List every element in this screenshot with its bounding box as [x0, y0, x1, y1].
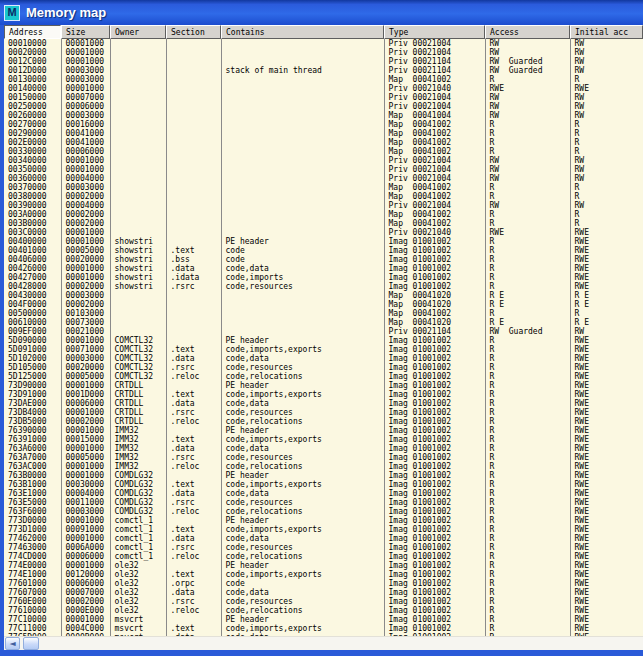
cell-owner: comctl_1 — [110, 534, 166, 543]
table-row[interactable]: 763E500000011000COMDLG32.rsrccode,resour… — [4, 498, 643, 507]
cell-initial-access: R — [570, 120, 643, 129]
table-row[interactable]: 0043000000003000Map 00041020R ER E — [4, 291, 643, 300]
table-row[interactable]: 774630000006A000comctl_1.rsrccode,resour… — [4, 543, 643, 552]
cell-size: 00001000 — [61, 615, 110, 624]
table-row[interactable]: 0029000000041000Map 00041002RR — [4, 129, 643, 138]
table-row[interactable]: 763B000000001000COMDLG32PE headerImag 01… — [4, 471, 643, 480]
table-row[interactable]: 0012D00000003000stack of main threadPriv… — [4, 66, 643, 75]
table-row[interactable]: 763AC00000001000IMM32.reloccode,relocati… — [4, 462, 643, 471]
memory-map-icon[interactable]: M — [4, 5, 20, 21]
cell-owner — [110, 300, 166, 309]
table-row[interactable]: 5D10200000003000COMCTL32.datacode,dataIm… — [4, 354, 643, 363]
table-row[interactable]: 0042800000002000showstri.rsrccode,resour… — [4, 282, 643, 291]
table-row[interactable]: 0035000000001000Priv 00021004RWRW — [4, 165, 643, 174]
cell-address: 5D125000 — [4, 372, 61, 381]
table-row[interactable]: 73DAE00000006000CRTDLL.datacode,dataImag… — [4, 399, 643, 408]
table-row[interactable]: 73D910000001D000CRTDLL.textcode,imports,… — [4, 390, 643, 399]
table-row[interactable]: 5D10500000020000COMCTL32.rsrccode,resour… — [4, 363, 643, 372]
table-row[interactable]: 0061000000073000Map 00041020R ER E — [4, 318, 643, 327]
column-header-contains[interactable]: Contains — [221, 25, 384, 39]
cell-section — [166, 183, 221, 192]
column-header-section[interactable]: Section — [166, 25, 221, 39]
table-row[interactable]: 0042700000001000showstri.idatacode,impor… — [4, 273, 643, 282]
table-row[interactable]: 774CD00000006000comctl_1.reloccode,reloc… — [4, 552, 643, 561]
table-row[interactable]: 763A700000005000IMM32.rsrccode,resources… — [4, 453, 643, 462]
table-row[interactable]: 73D9000000001000CRTDLLPE headerImag 0100… — [4, 381, 643, 390]
table-row[interactable]: 0013000000003000Map 00041002RR — [4, 75, 643, 84]
table-row[interactable]: 776100000000E000ole32.reloccode,relocati… — [4, 606, 643, 615]
table-row[interactable]: 002E000000041000Map 00041002RR — [4, 138, 643, 147]
cell-contains: stack of main thread — [221, 66, 384, 75]
cell-initial-access: RW — [570, 102, 643, 111]
table-row[interactable]: 003B000000002000Map 00041002RR — [4, 219, 643, 228]
table-row[interactable]: 0033000000006000Map 00041002RR — [4, 147, 643, 156]
table-row[interactable]: 5D09000000001000COMCTL32PE headerImag 01… — [4, 336, 643, 345]
table-row[interactable]: 0025000000006000Priv 00021004RWRW — [4, 102, 643, 111]
table-row[interactable]: 0039000000004000Priv 00021004RWRW — [4, 201, 643, 210]
table-row[interactable]: 0002000000001000Priv 00021004RWRW — [4, 48, 643, 57]
table-row[interactable]: 0040100000005000showstri.textcodeImag 01… — [4, 246, 643, 255]
table-row[interactable]: 0040000000001000showstriPE headerImag 01… — [4, 237, 643, 246]
table-row[interactable]: 0034000000001000Priv 00021004RWRW — [4, 156, 643, 165]
table-row[interactable]: 0038000000002000Map 00041002RR — [4, 192, 643, 201]
cell-owner: CRTDLL — [110, 408, 166, 417]
table-row[interactable]: 0042600000001000showstri.datacode,dataIm… — [4, 264, 643, 273]
table-row[interactable]: 774E000000001000ole32PE headerImag 01001… — [4, 561, 643, 570]
cell-size: 00001000 — [61, 264, 110, 273]
table-row[interactable]: 0012C00000001000Priv 00021104RW GuardedR… — [4, 57, 643, 66]
table-row[interactable]: 774E100000120000ole32.textcode,imports,e… — [4, 570, 643, 579]
table-row[interactable]: 763A600000001000IMM32.datacode,dataImag … — [4, 444, 643, 453]
column-header-address[interactable]: Address — [4, 25, 61, 39]
table-row[interactable]: 773D100000091000comctl_1.textcode,import… — [4, 525, 643, 534]
horizontal-scrollbar[interactable]: ◄ — [4, 636, 643, 650]
table-row[interactable]: 763F600000003000COMDLG32.reloccode,reloc… — [4, 507, 643, 516]
table-row[interactable]: 5D12500000005000COMCTL32.reloccode,reloc… — [4, 372, 643, 381]
table-row[interactable]: 0015000000007000Priv 00021004RWRW — [4, 93, 643, 102]
table-row[interactable]: 004F000000002000Map 00041020R ER E — [4, 300, 643, 309]
table-row[interactable]: 7760E00000002000ole32.rsrccode,resources… — [4, 597, 643, 606]
table-row[interactable]: 7746200000001000comctl_1.datacode,dataIm… — [4, 534, 643, 543]
table-row[interactable]: 77C110000004C000msvcrt.textcode,imports,… — [4, 624, 643, 633]
cell-section — [166, 129, 221, 138]
table-row[interactable]: 0027000000016000Map 00041002RR — [4, 120, 643, 129]
table-row[interactable]: 0040600000020000showstri.bsscodeImag 010… — [4, 255, 643, 264]
column-header-size[interactable]: Size — [61, 25, 110, 39]
table-row[interactable]: 7760100000006000ole32.orpccodeImag 01001… — [4, 579, 643, 588]
table-row[interactable]: 003A000000002000Map 00041002RR — [4, 210, 643, 219]
table-row[interactable]: 763B100000030000COMDLG32.textcode,import… — [4, 480, 643, 489]
cell-initial-access: RW — [570, 174, 643, 183]
cell-size: 00001000 — [61, 534, 110, 543]
cell-address: 5D090000 — [4, 336, 61, 345]
table-row[interactable]: 7639000000001000IMM32PE headerImag 01001… — [4, 426, 643, 435]
table-row[interactable]: 0014000000001000Priv 00021040RWERWE — [4, 84, 643, 93]
table-row[interactable]: 73DB500000002000CRTDLL.reloccode,relocat… — [4, 417, 643, 426]
table-row[interactable]: 73DB400000001000CRTDLL.rsrccode,resource… — [4, 408, 643, 417]
table-row[interactable]: 0026000000003000Map 00041004RWRW — [4, 111, 643, 120]
cell-size: 00001000 — [61, 57, 110, 66]
table-row[interactable]: 003C000000001000Priv 00021040RWERWE — [4, 228, 643, 237]
column-header-owner[interactable]: Owner — [110, 25, 166, 39]
cell-access: RW Guarded — [485, 327, 570, 336]
table-row[interactable]: 009EF00000021000Priv 00021104RW GuardedR… — [4, 327, 643, 336]
cell-address: 5D105000 — [4, 363, 61, 372]
column-header-initial-access[interactable]: Initial acc — [570, 25, 643, 39]
column-header-type[interactable]: Type — [384, 25, 485, 39]
table-row[interactable]: 7639100000015000IMM32.textcode,imports,e… — [4, 435, 643, 444]
table-row[interactable]: 773D000000001000comctl_1PE headerImag 01… — [4, 516, 643, 525]
table-row[interactable]: 763E100000004000COMDLG32.datacode,dataIm… — [4, 489, 643, 498]
cell-access: R — [485, 282, 570, 291]
table-row[interactable]: 0050000000103000Map 00041002RR — [4, 309, 643, 318]
window-title: Memory map — [26, 5, 106, 20]
table-row[interactable]: 0037000000003000Map 00041002RR — [4, 183, 643, 192]
table-row[interactable]: 0001000000001000Priv 00021004RWRW — [4, 39, 643, 48]
table-row[interactable]: 77C1000000001000msvcrtPE headerImag 0100… — [4, 615, 643, 624]
cell-access: RW — [485, 201, 570, 210]
cell-contains — [221, 39, 384, 48]
table-row[interactable]: 0036000000004000Priv 00021004RWRW — [4, 174, 643, 183]
table-row[interactable]: 5D09100000071000COMCTL32.textcode,import… — [4, 345, 643, 354]
table-row[interactable]: 7760700000007000ole32.datacode,dataImag … — [4, 588, 643, 597]
column-header-access[interactable]: Access — [485, 25, 570, 39]
scroll-left-button[interactable]: ◄ — [5, 637, 20, 650]
cell-address: 00380000 — [4, 192, 61, 201]
scrollbar-thumb[interactable] — [23, 637, 39, 650]
